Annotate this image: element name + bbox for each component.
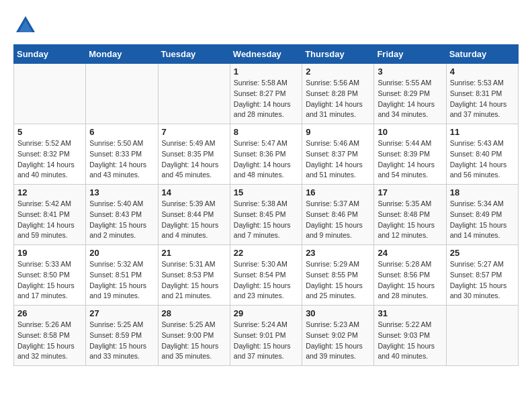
- day-info: Sunrise: 5:33 AMSunset: 8:50 PMDaylight:…: [17, 259, 82, 302]
- day-info: Sunrise: 5:39 AMSunset: 8:44 PMDaylight:…: [162, 199, 226, 241]
- calendar-cell: 2Sunrise: 5:56 AMSunset: 8:28 PMDaylight…: [302, 64, 374, 124]
- calendar-cell: 19Sunrise: 5:33 AMSunset: 8:50 PMDayligh…: [14, 245, 86, 306]
- day-number: 23: [306, 248, 370, 258]
- day-number: 22: [234, 248, 298, 258]
- calendar-cell: 12Sunrise: 5:42 AMSunset: 8:41 PMDayligh…: [14, 185, 86, 245]
- day-info: Sunrise: 5:55 AMSunset: 8:29 PMDaylight:…: [378, 78, 442, 120]
- day-number: 15: [234, 187, 298, 197]
- calendar-cell: 1Sunrise: 5:58 AMSunset: 8:27 PMDaylight…: [230, 64, 302, 124]
- day-info: Sunrise: 5:43 AMSunset: 8:40 PMDaylight:…: [450, 138, 515, 181]
- day-info: Sunrise: 5:52 AMSunset: 8:32 PMDaylight:…: [17, 138, 82, 181]
- calendar-cell: 11Sunrise: 5:43 AMSunset: 8:40 PMDayligh…: [446, 124, 518, 185]
- day-number: 12: [17, 187, 82, 197]
- calendar-cell: 30Sunrise: 5:23 AMSunset: 9:02 PMDayligh…: [302, 306, 374, 366]
- calendar-cell: 6Sunrise: 5:50 AMSunset: 8:33 PMDaylight…: [86, 124, 158, 185]
- day-number: 2: [306, 66, 370, 77]
- day-info: Sunrise: 5:25 AMSunset: 8:59 PMDaylight:…: [89, 320, 154, 362]
- calendar-cell: 29Sunrise: 5:24 AMSunset: 9:01 PMDayligh…: [230, 306, 302, 366]
- calendar-cell: [14, 64, 86, 124]
- logo-icon: [13, 13, 38, 38]
- calendar-cell: 10Sunrise: 5:44 AMSunset: 8:39 PMDayligh…: [374, 124, 446, 185]
- day-number: 7: [162, 127, 226, 137]
- day-number: 14: [162, 187, 226, 197]
- day-info: Sunrise: 5:53 AMSunset: 8:31 PMDaylight:…: [450, 78, 515, 120]
- calendar-week-row: 5Sunrise: 5:52 AMSunset: 8:32 PMDaylight…: [14, 124, 519, 185]
- day-info: Sunrise: 5:24 AMSunset: 9:01 PMDaylight:…: [234, 320, 298, 362]
- day-info: Sunrise: 5:42 AMSunset: 8:41 PMDaylight:…: [17, 199, 82, 241]
- day-number: 25: [450, 248, 515, 258]
- calendar-cell: 23Sunrise: 5:29 AMSunset: 8:55 PMDayligh…: [302, 245, 374, 306]
- calendar-week-row: 19Sunrise: 5:33 AMSunset: 8:50 PMDayligh…: [14, 245, 519, 306]
- calendar-week-row: 12Sunrise: 5:42 AMSunset: 8:41 PMDayligh…: [14, 185, 519, 245]
- calendar-cell: 16Sunrise: 5:37 AMSunset: 8:46 PMDayligh…: [302, 185, 374, 245]
- day-info: Sunrise: 5:34 AMSunset: 8:49 PMDaylight:…: [450, 199, 515, 241]
- logo: [13, 13, 42, 38]
- calendar-cell: 31Sunrise: 5:22 AMSunset: 9:03 PMDayligh…: [374, 306, 446, 366]
- calendar-cell: [158, 64, 230, 124]
- calendar-cell: 17Sunrise: 5:35 AMSunset: 8:48 PMDayligh…: [374, 185, 446, 245]
- calendar-cell: 21Sunrise: 5:31 AMSunset: 8:53 PMDayligh…: [158, 245, 230, 306]
- day-info: Sunrise: 5:29 AMSunset: 8:55 PMDaylight:…: [306, 259, 370, 302]
- calendar-cell: 18Sunrise: 5:34 AMSunset: 8:49 PMDayligh…: [446, 185, 518, 245]
- day-info: Sunrise: 5:32 AMSunset: 8:51 PMDaylight:…: [89, 259, 154, 302]
- day-number: 18: [450, 187, 515, 197]
- day-number: 13: [89, 187, 154, 197]
- day-number: 26: [17, 308, 82, 318]
- day-number: 19: [17, 248, 82, 258]
- day-info: Sunrise: 5:26 AMSunset: 8:58 PMDaylight:…: [17, 320, 82, 362]
- calendar-cell: 27Sunrise: 5:25 AMSunset: 8:59 PMDayligh…: [86, 306, 158, 366]
- calendar-cell: 8Sunrise: 5:47 AMSunset: 8:36 PMDaylight…: [230, 124, 302, 185]
- calendar-cell: 20Sunrise: 5:32 AMSunset: 8:51 PMDayligh…: [86, 245, 158, 306]
- calendar-cell: 15Sunrise: 5:38 AMSunset: 8:45 PMDayligh…: [230, 185, 302, 245]
- page-header: [13, 13, 519, 38]
- day-info: Sunrise: 5:46 AMSunset: 8:37 PMDaylight:…: [306, 138, 370, 181]
- day-number: 3: [378, 66, 442, 77]
- header-saturday: Saturday: [446, 45, 518, 64]
- day-number: 8: [234, 127, 298, 137]
- header-monday: Monday: [86, 45, 158, 64]
- calendar-cell: 9Sunrise: 5:46 AMSunset: 8:37 PMDaylight…: [302, 124, 374, 185]
- header-thursday: Thursday: [302, 45, 374, 64]
- day-number: 28: [162, 308, 226, 318]
- calendar-cell: 4Sunrise: 5:53 AMSunset: 8:31 PMDaylight…: [446, 64, 518, 124]
- calendar-table: SundayMondayTuesdayWednesdayThursdayFrid…: [13, 44, 519, 366]
- day-info: Sunrise: 5:28 AMSunset: 8:56 PMDaylight:…: [378, 259, 442, 302]
- day-info: Sunrise: 5:47 AMSunset: 8:36 PMDaylight:…: [234, 138, 298, 181]
- calendar-cell: 14Sunrise: 5:39 AMSunset: 8:44 PMDayligh…: [158, 185, 230, 245]
- day-info: Sunrise: 5:31 AMSunset: 8:53 PMDaylight:…: [162, 259, 226, 302]
- day-number: 27: [89, 308, 154, 318]
- day-info: Sunrise: 5:40 AMSunset: 8:43 PMDaylight:…: [89, 199, 154, 241]
- day-number: 29: [234, 308, 298, 318]
- calendar-cell: 26Sunrise: 5:26 AMSunset: 8:58 PMDayligh…: [14, 306, 86, 366]
- day-number: 4: [450, 66, 515, 77]
- day-number: 1: [234, 66, 298, 77]
- day-number: 9: [306, 127, 370, 137]
- header-sunday: Sunday: [14, 45, 86, 64]
- day-number: 16: [306, 187, 370, 197]
- day-number: 24: [378, 248, 442, 258]
- day-number: 10: [378, 127, 442, 137]
- calendar-cell: 13Sunrise: 5:40 AMSunset: 8:43 PMDayligh…: [86, 185, 158, 245]
- header-wednesday: Wednesday: [230, 45, 302, 64]
- day-info: Sunrise: 5:22 AMSunset: 9:03 PMDaylight:…: [378, 320, 442, 362]
- header-tuesday: Tuesday: [158, 45, 230, 64]
- day-info: Sunrise: 5:27 AMSunset: 8:57 PMDaylight:…: [450, 259, 515, 302]
- day-info: Sunrise: 5:49 AMSunset: 8:35 PMDaylight:…: [162, 138, 226, 181]
- day-number: 11: [450, 127, 515, 137]
- day-number: 6: [89, 127, 154, 137]
- day-info: Sunrise: 5:30 AMSunset: 8:54 PMDaylight:…: [234, 259, 298, 302]
- day-number: 17: [378, 187, 442, 197]
- day-info: Sunrise: 5:44 AMSunset: 8:39 PMDaylight:…: [378, 138, 442, 181]
- day-info: Sunrise: 5:50 AMSunset: 8:33 PMDaylight:…: [89, 138, 154, 181]
- day-info: Sunrise: 5:25 AMSunset: 9:00 PMDaylight:…: [162, 320, 226, 362]
- calendar-header-row: SundayMondayTuesdayWednesdayThursdayFrid…: [14, 45, 519, 64]
- day-info: Sunrise: 5:58 AMSunset: 8:27 PMDaylight:…: [234, 78, 298, 120]
- calendar-cell: [86, 64, 158, 124]
- calendar-cell: 5Sunrise: 5:52 AMSunset: 8:32 PMDaylight…: [14, 124, 86, 185]
- day-number: 30: [306, 308, 370, 318]
- calendar-week-row: 26Sunrise: 5:26 AMSunset: 8:58 PMDayligh…: [14, 306, 519, 366]
- calendar-cell: 7Sunrise: 5:49 AMSunset: 8:35 PMDaylight…: [158, 124, 230, 185]
- day-number: 21: [162, 248, 226, 258]
- calendar-week-row: 1Sunrise: 5:58 AMSunset: 8:27 PMDaylight…: [14, 64, 519, 124]
- calendar-cell: 3Sunrise: 5:55 AMSunset: 8:29 PMDaylight…: [374, 64, 446, 124]
